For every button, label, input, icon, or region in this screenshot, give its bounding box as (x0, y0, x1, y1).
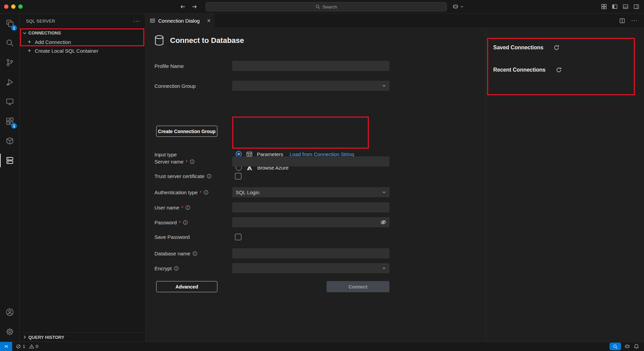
toggle-primary-sidebar-icon[interactable] (612, 4, 618, 9)
info-icon[interactable] (192, 251, 197, 256)
info-icon[interactable] (204, 190, 209, 195)
search-icon (315, 4, 320, 9)
authentication-type-select[interactable]: SQL Login (232, 187, 389, 197)
info-icon[interactable] (207, 174, 212, 179)
warning-icon (29, 344, 34, 349)
activity-remote-explorer[interactable] (0, 92, 19, 111)
server-name-input[interactable] (232, 156, 389, 167)
trust-server-certificate-label: Trust server certificate (154, 173, 212, 179)
connection-group-select[interactable] (232, 81, 389, 91)
info-icon[interactable] (185, 205, 190, 210)
activity-extensions[interactable]: 1 (0, 111, 19, 131)
account-icon (6, 308, 14, 316)
database-name-input[interactable] (232, 248, 389, 258)
back-arrow-icon[interactable] (180, 4, 186, 10)
encrypt-select[interactable] (232, 263, 389, 273)
explorer-badge: 1 (11, 25, 17, 31)
toggle-panel-icon[interactable] (623, 4, 628, 9)
password-input[interactable] (232, 217, 389, 227)
forward-arrow-icon[interactable] (191, 4, 197, 10)
activity-source-control[interactable] (0, 53, 19, 72)
save-password-checkbox[interactable] (235, 234, 241, 240)
toggle-secondary-sidebar-icon[interactable] (634, 4, 639, 9)
advanced-button[interactable]: Advanced (156, 281, 217, 292)
refresh-recent-connections-icon[interactable] (556, 67, 562, 73)
database-name-label: Database name (154, 248, 197, 258)
vscode-window: Search (0, 0, 644, 351)
create-connection-group-button[interactable]: Create Connection Group (156, 126, 217, 137)
connection-dialog-tab-icon (150, 18, 155, 23)
activity-explorer[interactable]: 1 (0, 14, 19, 33)
more-actions-icon[interactable]: ··· (133, 18, 140, 24)
customize-layout-icon[interactable] (601, 4, 607, 9)
chevron-down-icon (382, 190, 386, 195)
tab-connection-dialog[interactable]: Connection Dialog × (146, 14, 215, 28)
editor-area: Connection Dialog × ··· Connect to Data (146, 14, 644, 342)
activity-run-debug[interactable] (0, 72, 19, 92)
save-password-label: Save Password (154, 234, 190, 240)
authentication-type-value: SQL Login (236, 190, 259, 195)
query-history-section-header[interactable]: QUERY HISTORY (20, 332, 145, 342)
problems-status-item[interactable]: 1 0 (16, 344, 40, 349)
required-marker: * (186, 159, 188, 165)
required-marker: * (200, 190, 202, 195)
extensions-badge: 1 (11, 123, 17, 129)
connection-group-label: Connection Group (154, 81, 196, 91)
activity-bar-spacer (0, 170, 19, 302)
plus-icon: + (27, 39, 32, 45)
database-icon (154, 35, 164, 46)
status-bar: 1 0 (0, 342, 644, 351)
activity-search[interactable] (0, 33, 19, 53)
activity-sql-server[interactable] (0, 151, 19, 170)
create-local-sql-container-item[interactable]: + Create Local SQL Container (20, 46, 145, 55)
more-actions-icon[interactable]: ··· (631, 17, 638, 24)
info-icon[interactable] (190, 159, 195, 164)
zoom-status-item[interactable] (610, 343, 621, 350)
user-name-input[interactable] (232, 202, 389, 212)
split-editor-icon[interactable] (619, 18, 625, 24)
copilot-status-icon[interactable] (624, 344, 630, 349)
connect-button[interactable]: Connect (327, 281, 389, 292)
connections-section-header[interactable]: CONNECTIONS (20, 28, 145, 37)
connection-dialog-webview: Connect to Database Profile Name Connect… (146, 28, 644, 342)
error-icon (16, 344, 21, 349)
refresh-saved-connections-icon[interactable] (553, 45, 559, 51)
info-icon[interactable] (174, 266, 179, 271)
source-control-icon (6, 58, 14, 67)
error-count: 1 (23, 344, 25, 349)
remote-indicator[interactable] (0, 342, 12, 351)
maximize-window-button[interactable] (18, 4, 23, 9)
activity-settings[interactable] (0, 322, 19, 342)
title-bar: Search (0, 0, 644, 14)
minimize-window-button[interactable] (11, 4, 16, 9)
settings-gear-icon (6, 328, 14, 336)
sql-server-sidebar: SQL SERVER ··· CONNECTIONS + Add Connect… (20, 14, 146, 342)
trust-server-certificate-checkbox[interactable] (235, 173, 241, 179)
dialog-title: Connect to Database (170, 36, 244, 45)
profile-name-input[interactable] (232, 61, 389, 71)
load-connection-string-link[interactable]: Load from Connection String (290, 151, 354, 157)
server-name-label: Server name* (154, 156, 195, 167)
run-debug-icon (6, 78, 14, 86)
tab-bar: Connection Dialog × ··· (146, 14, 644, 28)
add-connection-item[interactable]: + Add Connection (20, 37, 145, 46)
required-marker: * (181, 205, 183, 210)
command-center-search[interactable]: Search (206, 2, 447, 11)
profile-name-label: Profile Name (154, 61, 184, 71)
plus-icon: + (27, 47, 32, 54)
window-controls (0, 4, 23, 9)
remote-explorer-icon (6, 98, 14, 106)
activity-container-tools[interactable] (0, 131, 19, 151)
notifications-bell-icon[interactable] (634, 344, 639, 349)
close-icon[interactable]: × (207, 18, 211, 24)
copilot-menu[interactable] (452, 0, 464, 13)
close-window-button[interactable] (4, 4, 8, 9)
search-icon (6, 39, 14, 47)
recent-connections-header: Recent Connections (493, 67, 546, 73)
activity-accounts[interactable] (0, 302, 19, 322)
warning-count: 0 (36, 344, 39, 349)
sql-server-icon (6, 156, 14, 165)
eye-off-icon[interactable] (380, 219, 386, 225)
chevron-right-icon (22, 334, 27, 340)
info-icon[interactable] (183, 220, 188, 225)
